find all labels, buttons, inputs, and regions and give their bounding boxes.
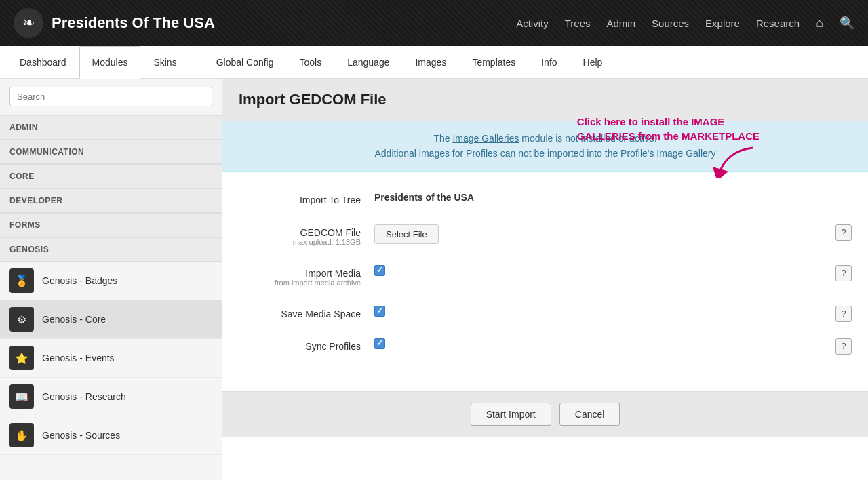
sidebar-item-genosis-sources[interactable]: ✋ Genosis - Sources	[0, 416, 222, 455]
tab-info[interactable]: Info	[528, 46, 570, 78]
import-tree-label-col: Import To Tree	[239, 192, 374, 205]
sidebar-section-forms: FORMS	[0, 213, 222, 237]
save-media-checkbox[interactable]	[374, 306, 385, 317]
sidebar-item-genosis-core[interactable]: ⚙ Genosis - Core	[0, 300, 222, 339]
save-media-label: Save Media Space	[281, 308, 361, 319]
import-media-sublabel: from import media archive	[239, 279, 361, 287]
top-nav: ❧ Presidents Of The USA Activity Trees A…	[0, 0, 868, 46]
core-icon: ⚙	[9, 307, 34, 332]
sidebar-item-label: Genosis - Core	[42, 314, 106, 325]
research-icon: 📖	[9, 384, 34, 409]
app-title: Presidents Of The USA	[52, 14, 215, 32]
import-media-help-button[interactable]: ?	[835, 265, 852, 281]
home-icon[interactable]: ⌂	[816, 16, 823, 31]
sync-profiles-checkbox[interactable]	[374, 338, 385, 349]
sync-profiles-label: Sync Profiles	[305, 341, 361, 352]
sidebar-item-genosis-badges[interactable]: 🏅 Genosis - Badges	[0, 262, 222, 300]
nav-explore[interactable]: Explore	[705, 18, 740, 29]
tab-images[interactable]: Images	[402, 46, 459, 78]
sidebar-section-developer: DEVELOPER	[0, 188, 222, 213]
gedcom-sublabel: max upload: 1.13GB	[239, 238, 361, 246]
annotation-arrow: Click here to install the IMAGEGALLERIES…	[577, 115, 760, 178]
alert-line2: Additional images for Profiles can not b…	[239, 146, 852, 161]
nav-sources[interactable]: Sources	[652, 18, 689, 29]
cancel-button[interactable]: Cancel	[559, 403, 620, 426]
import-media-label: Import Media	[305, 268, 361, 279]
layout: ADMIN COMMUNICATION CORE DEVELOPER FORMS…	[0, 79, 868, 480]
save-media-value-col	[374, 306, 852, 317]
svg-text:❧: ❧	[22, 14, 35, 31]
tab-global-config[interactable]: Global Config	[203, 46, 287, 78]
sidebar-item-label: Genosis - Research	[42, 391, 126, 402]
tab-tools[interactable]: Tools	[286, 46, 334, 78]
form-row-sync-profiles: Sync Profiles ?	[239, 338, 852, 352]
sidebar-section-admin: ADMIN	[0, 115, 222, 140]
annotation-text: Click here to install the IMAGEGALLERIES…	[577, 115, 760, 143]
sidebar-section-genosis: GENOSIS	[0, 237, 222, 262]
brand: ❧ Presidents Of The USA	[14, 8, 516, 38]
sync-profiles-help-button[interactable]: ?	[835, 338, 852, 355]
import-media-checkbox[interactable]	[374, 265, 385, 276]
main-inner: Import GEDCOM File The Image Galleries m…	[222, 79, 868, 480]
sidebar-item-label: Genosis - Events	[42, 353, 115, 363]
alert-pre-text: The	[433, 133, 452, 144]
tab-templates[interactable]: Templates	[459, 46, 528, 78]
secondary-nav: Dashboard Modules Skins Global Config To…	[0, 46, 868, 79]
page-title: Import GEDCOM File	[239, 91, 852, 108]
search-icon[interactable]: 🔍	[840, 16, 854, 31]
tab-help[interactable]: Help	[570, 46, 616, 78]
top-nav-links: Activity Trees Admin Sources Explore Res…	[516, 16, 854, 31]
sidebar-section-core: CORE	[0, 164, 222, 188]
import-media-value-col	[374, 265, 852, 276]
form-footer: Start Import Cancel	[222, 391, 868, 437]
alert-banner: The Image Galleries module is not instal…	[222, 121, 868, 172]
tab-dashboard[interactable]: Dashboard	[7, 46, 79, 78]
import-tree-value-col: Presidents of the USA	[374, 192, 852, 203]
save-media-help-button[interactable]: ?	[835, 306, 852, 322]
app-logo: ❧	[14, 8, 43, 38]
form-row-import-media: Import Media from import media archive ?	[239, 265, 852, 287]
sidebar-section-communication: COMMUNICATION	[0, 140, 222, 164]
image-galleries-link[interactable]: Image Galleries	[452, 133, 519, 144]
sidebar: ADMIN COMMUNICATION CORE DEVELOPER FORMS…	[0, 79, 222, 480]
select-file-button[interactable]: Select File	[374, 224, 439, 244]
sidebar-item-genosis-research[interactable]: 📖 Genosis - Research	[0, 378, 222, 416]
form-row-save-media: Save Media Space ?	[239, 306, 852, 319]
sync-profiles-label-col: Sync Profiles	[239, 338, 374, 352]
events-icon: ⭐	[9, 346, 34, 370]
alert-line1: The Image Galleries module is not instal…	[239, 131, 852, 146]
search-input[interactable]	[9, 87, 212, 106]
badges-icon: 🏅	[9, 268, 34, 293]
import-tree-label: Import To Tree	[300, 195, 361, 205]
sidebar-search-area	[0, 79, 222, 115]
form-section: Import To Tree Presidents of the USA GED…	[222, 172, 868, 391]
form-row-import-tree: Import To Tree Presidents of the USA	[239, 192, 852, 205]
tab-modules[interactable]: Modules	[79, 46, 141, 79]
tab-language[interactable]: Language	[334, 46, 402, 78]
main-content: Import GEDCOM File The Image Galleries m…	[222, 79, 868, 480]
tab-skins[interactable]: Skins	[140, 46, 189, 78]
start-import-button[interactable]: Start Import	[471, 403, 551, 426]
sidebar-item-label: Genosis - Sources	[42, 430, 120, 441]
gedcom-value-col: Select File	[374, 224, 852, 244]
page-header: Import GEDCOM File	[222, 79, 868, 121]
sync-profiles-value-col	[374, 338, 852, 349]
gedcom-label: GEDCOM File	[300, 227, 361, 238]
sources-icon: ✋	[9, 423, 34, 447]
form-row-gedcom: GEDCOM File max upload: 1.13GB Select Fi…	[239, 224, 852, 246]
gedcom-label-col: GEDCOM File max upload: 1.13GB	[239, 224, 374, 246]
nav-activity[interactable]: Activity	[516, 18, 549, 29]
import-tree-value: Presidents of the USA	[374, 192, 474, 203]
sidebar-item-genosis-events[interactable]: ⭐ Genosis - Events	[0, 339, 222, 378]
save-media-label-col: Save Media Space	[239, 306, 374, 319]
nav-admin[interactable]: Admin	[607, 18, 636, 29]
import-media-label-col: Import Media from import media archive	[239, 265, 374, 287]
nav-trees[interactable]: Trees	[565, 18, 591, 29]
sidebar-item-label: Genosis - Badges	[42, 275, 117, 286]
nav-research[interactable]: Research	[756, 18, 800, 29]
gedcom-help-button[interactable]: ?	[835, 224, 852, 241]
